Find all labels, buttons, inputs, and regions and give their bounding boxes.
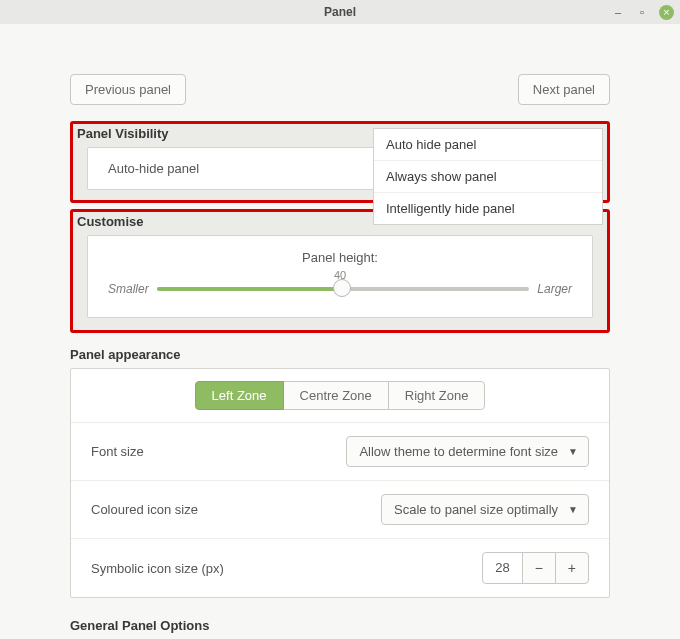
maximize-icon[interactable]: ▫ bbox=[635, 5, 649, 19]
page-body: Previous panel Next panel Panel Visibili… bbox=[0, 24, 680, 639]
font-size-dropdown[interactable]: Allow theme to determine font size ▼ bbox=[346, 436, 589, 467]
slider-track-fill bbox=[157, 287, 343, 291]
panel-height-slider-row: Smaller Larger bbox=[108, 281, 572, 297]
visibility-option-auto-hide[interactable]: Auto hide panel bbox=[374, 129, 602, 160]
coloured-icon-value: Scale to panel size optimally bbox=[394, 502, 558, 517]
next-panel-button[interactable]: Next panel bbox=[518, 74, 610, 105]
slider-min-label: Smaller bbox=[108, 282, 149, 296]
previous-panel-button[interactable]: Previous panel bbox=[70, 74, 186, 105]
coloured-icon-dropdown[interactable]: Scale to panel size optimally ▼ bbox=[381, 494, 589, 525]
auto-hide-label: Auto-hide panel bbox=[108, 161, 199, 176]
minimize-icon[interactable]: – bbox=[611, 5, 625, 19]
font-size-value: Allow theme to determine font size bbox=[359, 444, 558, 459]
panel-height-slider[interactable] bbox=[157, 281, 530, 297]
coloured-icon-row: Coloured icon size Scale to panel size o… bbox=[71, 481, 609, 539]
close-icon[interactable]: × bbox=[659, 5, 674, 20]
zone-tabs: Left Zone Centre Zone Right Zone bbox=[71, 369, 609, 423]
titlebar: Panel – ▫ × bbox=[0, 0, 680, 24]
font-size-row: Font size Allow theme to determine font … bbox=[71, 423, 609, 481]
coloured-icon-label: Coloured icon size bbox=[91, 502, 198, 517]
customise-section: Customise Panel height: 40 Smaller Large… bbox=[70, 209, 610, 333]
visibility-option-intelligent[interactable]: Intelligently hide panel bbox=[374, 192, 602, 224]
font-size-label: Font size bbox=[91, 444, 144, 459]
window-controls: – ▫ × bbox=[611, 5, 674, 20]
window-title: Panel bbox=[324, 5, 356, 19]
symbolic-icon-label: Symbolic icon size (px) bbox=[91, 561, 224, 576]
visibility-option-always-show[interactable]: Always show panel bbox=[374, 160, 602, 192]
symbolic-icon-value[interactable]: 28 bbox=[482, 552, 522, 584]
chevron-down-icon: ▼ bbox=[568, 446, 578, 457]
panel-height-label: Panel height: bbox=[108, 250, 572, 265]
section-header-general: General Panel Options bbox=[70, 614, 610, 639]
tab-left-zone[interactable]: Left Zone bbox=[195, 381, 284, 410]
panel-visibility-section: Panel Visibility Auto-hide panel Auto hi… bbox=[70, 121, 610, 203]
visibility-dropdown-menu: Auto hide panel Always show panel Intell… bbox=[373, 128, 603, 225]
symbolic-icon-row: Symbolic icon size (px) 28 − + bbox=[71, 539, 609, 597]
tab-centre-zone[interactable]: Centre Zone bbox=[283, 381, 389, 410]
tab-right-zone[interactable]: Right Zone bbox=[388, 381, 486, 410]
symbolic-icon-stepper: 28 − + bbox=[482, 552, 589, 584]
chevron-down-icon: ▼ bbox=[568, 504, 578, 515]
stepper-minus-button[interactable]: − bbox=[522, 552, 556, 584]
slider-max-label: Larger bbox=[537, 282, 572, 296]
stepper-plus-button[interactable]: + bbox=[555, 552, 589, 584]
slider-thumb[interactable] bbox=[333, 279, 351, 297]
section-header-appearance: Panel appearance bbox=[70, 343, 610, 368]
appearance-card: Left Zone Centre Zone Right Zone Font si… bbox=[70, 368, 610, 598]
panel-nav-row: Previous panel Next panel bbox=[70, 74, 610, 105]
customise-card: Panel height: 40 Smaller Larger bbox=[87, 235, 593, 318]
